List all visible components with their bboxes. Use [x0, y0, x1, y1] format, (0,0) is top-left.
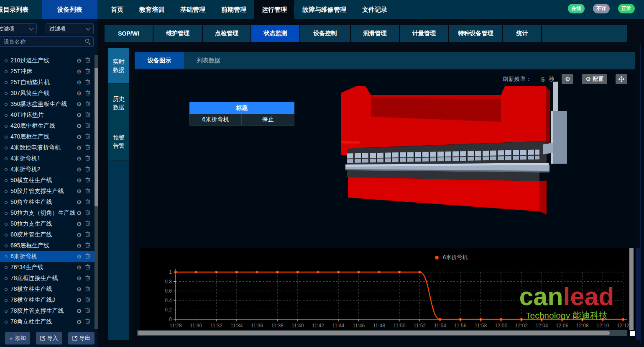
main-nav-item[interactable]: 基础管理 — [172, 0, 213, 19]
add-button[interactable]: +添加 — [5, 332, 30, 344]
chart-legend[interactable]: 6米折弯机 — [435, 254, 468, 261]
device-list-item[interactable]: 210过道生产线 ⚙ — [0, 55, 97, 66]
secondary-nav-item[interactable]: 状态监测 — [251, 25, 299, 42]
side-tab-alarm[interactable]: 预警告警 — [108, 122, 129, 161]
device-list-item[interactable]: 78横立柱生产线 ⚙ — [0, 284, 97, 295]
export-button[interactable]: 导出 — [68, 332, 95, 344]
sidebar-scrollbar-thumb[interactable] — [95, 68, 98, 206]
device-list-item[interactable]: 76*34生产线 ⚙ — [0, 262, 97, 273]
tab-scene-catalog[interactable]: 场景目录列表 — [0, 0, 42, 19]
main-nav-item[interactable]: 首页 — [103, 0, 131, 19]
sidebar-scrollbar[interactable] — [95, 55, 98, 329]
gear-icon[interactable]: ⚙ — [75, 319, 83, 325]
gear-icon[interactable]: ⚙ — [75, 90, 83, 97]
device-list-item[interactable]: 78胶片管支撑生产线 ⚙ — [0, 306, 97, 316]
horizontal-scrollbar-thumb[interactable] — [138, 331, 610, 335]
secondary-nav-item[interactable]: 设备控制 — [300, 25, 350, 42]
secondary-nav-item[interactable]: 点检管理 — [203, 25, 250, 42]
side-tab-realtime[interactable]: 实时数据 — [108, 48, 129, 84]
device-list-item[interactable]: 50胶片管支撑生产线 ⚙ — [0, 186, 97, 197]
config-button[interactable]: ⚙配置 — [582, 74, 607, 84]
trash-icon[interactable] — [83, 112, 92, 118]
trash-icon[interactable] — [83, 275, 92, 282]
gear-icon[interactable]: ⚙ — [75, 210, 83, 216]
gear-icon[interactable]: ⚙ — [75, 275, 83, 282]
gear-icon[interactable]: ⚙ — [75, 112, 83, 118]
trash-icon[interactable] — [83, 166, 92, 173]
gear-icon[interactable]: ⚙ — [75, 68, 83, 75]
device-list-item[interactable]: 25T自动垫片机 ⚙ — [0, 77, 97, 88]
device-list-item[interactable]: 25T冲床 ⚙ — [0, 66, 97, 77]
gear-icon[interactable]: ⚙ — [75, 57, 83, 64]
device-list-item[interactable]: 4米数控电液折弯机 ⚙ — [0, 142, 97, 153]
secondary-nav-item[interactable]: 特种设备管理 — [449, 25, 502, 42]
device-list-item[interactable]: 350播水盆盖板生产线 ⚙ — [0, 99, 97, 110]
gear-icon[interactable]: ⚙ — [75, 155, 83, 162]
trash-icon[interactable] — [83, 134, 92, 140]
device-list-item[interactable]: 307风筒生产线 ⚙ — [0, 88, 97, 99]
import-button[interactable]: 导入 — [36, 332, 62, 344]
horizontal-scrollbar[interactable] — [137, 330, 627, 336]
device-list-item[interactable]: 78横立柱生产线J ⚙ — [0, 295, 97, 306]
gear-icon[interactable]: ⚙ — [75, 134, 83, 140]
gear-icon[interactable]: ⚙ — [75, 79, 83, 86]
device-list-item[interactable]: 40T冲床垫片 ⚙ — [0, 110, 97, 121]
gear-icon[interactable]: ⚙ — [75, 188, 83, 195]
gear-icon[interactable]: ⚙ — [75, 166, 83, 173]
main-nav-item[interactable]: 文件记录 — [354, 0, 395, 19]
trash-icon[interactable] — [83, 177, 92, 184]
device-search-input[interactable] — [0, 36, 94, 47]
main-nav-item[interactable]: 故障与维修管理 — [294, 0, 354, 19]
trash-icon[interactable] — [83, 319, 92, 325]
device-list-item[interactable]: 695底框生产线 ⚙ — [0, 240, 97, 251]
gear-icon[interactable]: ⚙ — [75, 286, 83, 293]
secondary-nav-item[interactable]: 润滑管理 — [351, 25, 399, 42]
device-list-item[interactable]: 50拉力支生产线 ⚙ — [0, 218, 97, 229]
device-list-item[interactable]: 50角立柱生产线 ⚙ — [0, 197, 97, 208]
gear-icon[interactable]: ⚙ — [75, 144, 83, 151]
trash-icon[interactable] — [83, 242, 92, 249]
tab-device-list[interactable]: 设备列表 — [42, 0, 97, 19]
vertical-scrollbar-thumb[interactable] — [629, 248, 634, 330]
device-list-item[interactable]: 78角立柱生产线 ⚙ — [0, 316, 97, 327]
device-list-item[interactable]: 50横立柱生产线 ⚙ — [0, 175, 97, 186]
trash-icon[interactable] — [83, 297, 92, 303]
secondary-nav-item[interactable]: SOP/WI — [105, 25, 153, 42]
trash-icon[interactable] — [83, 90, 92, 97]
device-list-item[interactable]: 6米折弯机 ⚙ — [0, 251, 97, 262]
trash-icon[interactable] — [83, 231, 92, 238]
gear-icon[interactable]: ⚙ — [75, 221, 83, 227]
trash-icon[interactable] — [83, 264, 92, 271]
side-tab-history[interactable]: 历史数据 — [108, 84, 129, 122]
gear-icon[interactable]: ⚙ — [75, 264, 83, 271]
gear-icon[interactable]: ⚙ — [75, 242, 83, 249]
tab-list-data[interactable]: 列表数据 — [184, 52, 233, 69]
trash-icon[interactable] — [83, 199, 92, 206]
trash-icon[interactable] — [83, 144, 92, 151]
secondary-nav-item[interactable]: 维护管理 — [153, 25, 202, 42]
move-button[interactable] — [616, 74, 627, 84]
device-list-item[interactable]: 78底框连接生产线 ⚙ — [0, 273, 97, 284]
trash-icon[interactable] — [83, 68, 92, 75]
gear-icon[interactable]: ⚙ — [75, 308, 83, 314]
trash-icon[interactable] — [83, 155, 92, 162]
main-nav-item[interactable]: 运行管理 — [254, 0, 294, 19]
trash-icon[interactable] — [83, 253, 92, 260]
gear-icon[interactable]: ⚙ — [75, 231, 83, 238]
trash-icon[interactable] — [83, 308, 92, 314]
secondary-nav-item[interactable]: 统计 — [503, 25, 541, 42]
gear-icon[interactable]: ⚙ — [75, 101, 83, 108]
gear-icon[interactable]: ⚙ — [75, 297, 83, 303]
device-list-item[interactable]: 60胶片管生产线 ⚙ — [0, 229, 97, 240]
main-nav-item[interactable]: 前期管理 — [213, 0, 254, 19]
filter-select-2[interactable]: 过滤项 — [46, 23, 94, 34]
device-list-item[interactable]: 420底中框生产线 ⚙ — [0, 121, 97, 131]
gear-icon[interactable]: ⚙ — [75, 253, 83, 260]
device-list-item[interactable]: 50拉力支（切角）生产线 ⚙ — [0, 208, 97, 218]
gear-icon[interactable]: ⚙ — [75, 199, 83, 206]
filter-select-1[interactable]: 过滤项 — [0, 23, 37, 34]
trash-icon[interactable] — [83, 221, 92, 227]
trash-icon[interactable] — [83, 79, 92, 86]
tab-device-diagram[interactable]: 设备图示 — [135, 52, 184, 69]
device-list-item[interactable]: 470底框生产线 ⚙ — [0, 131, 97, 142]
